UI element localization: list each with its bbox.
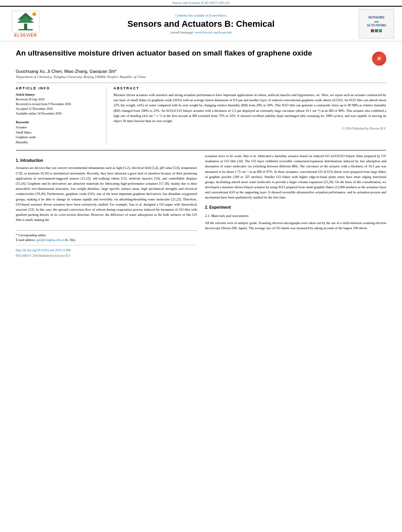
svg-rect-3 bbox=[19, 29, 33, 30]
contents-link[interactable]: Contents lists available at ScienceDirec… bbox=[51, 14, 351, 17]
contents-prefix: Contents lists available at ScienceDirec… bbox=[176, 14, 227, 17]
email-name: (G. Shi). bbox=[65, 238, 76, 242]
history-label: Article history: bbox=[16, 93, 35, 96]
materials-text: All the solvents were of analytic grade.… bbox=[205, 221, 386, 231]
crossmark-badge[interactable]: ✕ bbox=[372, 52, 386, 66]
experiment-title: Experiment bbox=[209, 205, 231, 209]
citation-line: Sensors and Actuators B 242 (2017) 418–4… bbox=[0, 0, 402, 6]
article-info-row: ARTICLE INFO Article history: Received 2… bbox=[16, 86, 386, 145]
sensors-logo-line3: ACTUATORS bbox=[367, 24, 386, 28]
journal-header: ELSEVIER Contents lists available at Sci… bbox=[0, 6, 402, 41]
elsevier-wordmark: ELSEVIER bbox=[14, 33, 37, 37]
corresponding-note: * Corresponding author. bbox=[16, 233, 197, 238]
column-left: 1. Introduction Actuators are devices th… bbox=[16, 154, 197, 258]
article-info-right: ABSTRACT Moisture driven actuators with … bbox=[106, 86, 386, 145]
available-date: Available online 14 November 2016 bbox=[16, 111, 99, 116]
main-divider bbox=[16, 150, 386, 150]
issn-line: 0925-4005/© 2016 Published by Elsevier B… bbox=[16, 254, 197, 258]
email-label: E-mail address: bbox=[16, 238, 35, 242]
homepage-prefix: journal homepage: bbox=[170, 31, 194, 34]
keyword-1: Actuator bbox=[16, 126, 27, 129]
abstract-label: ABSTRACT bbox=[114, 86, 386, 90]
main-columns: 1. Introduction Actuators are devices th… bbox=[16, 154, 386, 258]
article-title: An ultrasensitive moisture driven actuat… bbox=[16, 48, 372, 58]
intro-number: 1. bbox=[16, 158, 19, 163]
elsevier-logo-image bbox=[12, 11, 39, 32]
article-info-left: ARTICLE INFO Article history: Received 2… bbox=[16, 86, 106, 145]
keyword-4: Humidity bbox=[16, 141, 28, 144]
article-authors: Guochuang Xu, Ji Chen, Miao Zhang, Gaoqu… bbox=[16, 69, 386, 74]
sensors-logo-line1: SENSORS bbox=[367, 15, 386, 20]
materials-heading: 2.1. Materials and instruments bbox=[205, 213, 386, 219]
accepted-date: Accepted 12 November 2016 bbox=[16, 107, 99, 111]
materials-title: Materials and instruments bbox=[211, 214, 249, 218]
keywords-block: Keywords: Actuator Small flakes Graphene… bbox=[16, 120, 99, 145]
intro-title: Introduction bbox=[20, 158, 43, 163]
header-center: Contents lists available at ScienceDirec… bbox=[43, 14, 359, 34]
sensors-logo-line2: and bbox=[367, 20, 386, 24]
doi-line[interactable]: http://dx.doi.org/10.1016/j.snb.2016.11.… bbox=[16, 248, 197, 253]
email-line: E-mail address: gshi@tsinghua.edu.cn (G.… bbox=[16, 238, 197, 243]
journal-title: Sensors and Actuators B: Chemical bbox=[51, 19, 351, 29]
copyright-line: © 2016 Published by Elsevier B.V. bbox=[114, 127, 386, 130]
journal-homepage: journal homepage: www.elsevier.com/locat… bbox=[51, 31, 351, 34]
keywords-label: Keywords: bbox=[16, 120, 30, 124]
intro-heading: 1. Introduction bbox=[16, 158, 197, 164]
article-body: An ultrasensitive moisture driven actuat… bbox=[0, 41, 402, 266]
experiment-number: 2. bbox=[205, 205, 208, 209]
received-date: Received 20 July 2016 bbox=[16, 97, 99, 102]
article-info-label: ARTICLE INFO bbox=[16, 86, 99, 90]
article-affiliation: Department of Chemistry, Tsinghua Univer… bbox=[16, 75, 386, 79]
keyword-3: Graphene oxide bbox=[16, 135, 36, 139]
received-revised-date: Received in revised form 9 November 2016 bbox=[16, 102, 99, 107]
email-address[interactable]: gshi@tsinghua.edu.cn bbox=[36, 238, 64, 242]
intro-text-right: actuation force to be weak. Han et al. f… bbox=[205, 154, 386, 200]
footnote-section: * Corresponding author. E-mail address: … bbox=[16, 230, 197, 258]
homepage-url[interactable]: www.elsevier.com/locate/snb bbox=[195, 31, 232, 34]
elsevier-logo: ELSEVIER bbox=[8, 11, 43, 37]
citation-text: Sensors and Actuators B 242 (2017) 418–4… bbox=[172, 1, 230, 5]
keyword-2: Small flakes bbox=[16, 131, 32, 134]
abstract-text: Moisture driven actuators with sensitive… bbox=[114, 93, 386, 124]
intro-text-left: Actuators are devices that can convert e… bbox=[16, 165, 197, 222]
svg-point-4 bbox=[32, 12, 36, 16]
experiment-heading: 2. Experiment bbox=[205, 204, 386, 211]
sensors-actuators-logo: SENSORS and ACTUATORS bbox=[359, 9, 394, 39]
sensors-logo-text: SENSORS and ACTUATORS bbox=[367, 15, 386, 32]
column-right: actuation force to be weak. Han et al. f… bbox=[205, 154, 386, 258]
article-history: Article history: Received 20 July 2016 R… bbox=[16, 93, 99, 116]
svg-rect-0 bbox=[24, 24, 27, 29]
materials-number: 2.1. bbox=[205, 214, 210, 218]
article-title-section: An ultrasensitive moisture driven actuat… bbox=[16, 48, 386, 66]
crossmark-icon: ✕ bbox=[377, 56, 382, 62]
